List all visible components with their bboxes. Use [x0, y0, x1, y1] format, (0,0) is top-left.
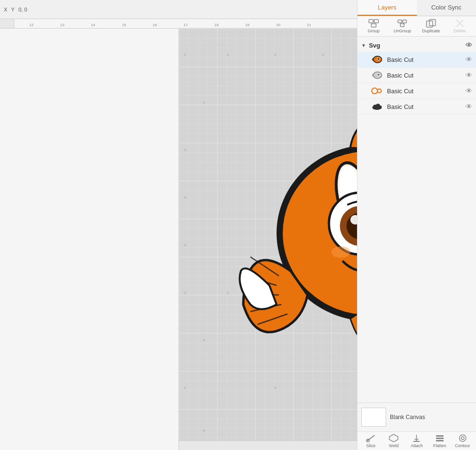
ruler-tick-12: 12: [30, 23, 34, 27]
flatten-label: Flatten: [433, 443, 446, 448]
svg-rect-60: [436, 440, 444, 441]
contour-tool[interactable]: Contour: [451, 434, 474, 448]
ruler-row: 12 13 14 15 16 17 18 19 20 21: [0, 19, 357, 29]
layer-2-eye[interactable]: 👁: [466, 71, 472, 79]
svg-rect-32: [403, 20, 407, 23]
horizontal-ruler: 12 13 14 15 16 17 18 19 20 21: [14, 19, 357, 29]
ruler-tick-15: 15: [122, 23, 126, 27]
layer-tree: ▼ Svg 👁 Basic Cut 👁: [357, 37, 476, 402]
svg-rect-28: [369, 20, 373, 23]
workspace: × × × × × × × × × × × × × × × × ×: [0, 29, 357, 450]
chevron-icon: ▼: [361, 43, 366, 48]
layer-item-4[interactable]: Basic Cut 👁: [357, 99, 476, 115]
layer-1-eye[interactable]: 👁: [466, 56, 472, 63]
svg-point-61: [459, 435, 466, 441]
layer-2-name: Basic Cut: [387, 72, 462, 79]
layer-item-2[interactable]: Basic Cut 👁: [357, 68, 476, 83]
delete-label: Delete: [454, 29, 466, 33]
duplicate-tool[interactable]: Duplicate: [419, 19, 443, 33]
svg-rect-29: [374, 20, 378, 23]
layer-item-1[interactable]: Basic Cut 👁: [357, 52, 476, 68]
top-toolbar: X Y 0, 0: [0, 0, 357, 19]
ruler-tick-17: 17: [184, 23, 188, 27]
attach-icon: [412, 434, 421, 442]
ungroup-icon: [397, 19, 407, 28]
svg-rect-33: [400, 24, 404, 27]
svg-point-49: [377, 89, 381, 93]
tab-bar: Layers Color Sync: [357, 0, 476, 16]
panel-bottom-toolbar: Slice Weld Attach: [357, 431, 476, 450]
attach-tool[interactable]: Attach: [405, 434, 428, 448]
fish-image: [208, 105, 357, 352]
ruler-tick-21: 21: [307, 23, 311, 27]
svg-rect-30: [371, 24, 376, 27]
ruler-tick-19: 19: [245, 23, 249, 27]
group-icon: [368, 19, 379, 28]
tab-layers[interactable]: Layers: [357, 0, 417, 16]
ruler-corner: [0, 19, 14, 29]
weld-label: Weld: [389, 443, 398, 448]
layer-2-icon: [371, 70, 383, 80]
ruler-tick-20: 20: [276, 23, 280, 27]
duplicate-label: Duplicate: [422, 29, 440, 33]
ruler-tick-16: 16: [153, 23, 157, 27]
svg-point-62: [461, 437, 464, 440]
panel-toolbar: Group UnGroup Duplicate: [357, 16, 476, 37]
layer-4-icon: [371, 101, 383, 112]
layer-4-eye[interactable]: 👁: [466, 103, 472, 110]
ruler-tick-13: 13: [60, 23, 64, 27]
flatten-icon: [435, 434, 445, 442]
layer-4-name: Basic Cut: [387, 103, 462, 110]
right-panel: Layers Color Sync Group: [357, 0, 476, 450]
app-container: X Y 0, 0 12 13 14 15 16 17 18 19 20 21: [0, 0, 476, 450]
svg-rect-57: [413, 441, 420, 442]
svg-root-label: Svg: [369, 42, 380, 49]
canvas-area: X Y 0, 0 12 13 14 15 16 17 18 19 20 21: [0, 0, 357, 450]
ungroup-label: UnGroup: [394, 29, 411, 33]
svg-point-43: [377, 58, 379, 60]
layer-item-3[interactable]: Basic Cut 👁: [357, 83, 476, 99]
x-label: X: [4, 7, 7, 12]
weld-icon: [389, 434, 398, 442]
svg-root-eye[interactable]: 👁: [466, 41, 472, 49]
svg-root-item[interactable]: ▼ Svg 👁: [357, 39, 476, 52]
ruler-tick-14: 14: [91, 23, 95, 27]
canvas-content[interactable]: × × × × × × × × × × × × × × × × ×: [179, 29, 357, 450]
svg-point-14: [331, 246, 350, 258]
svg-point-47: [377, 74, 379, 76]
layer-1-name: Basic Cut: [387, 56, 462, 63]
vertical-ruler: [0, 29, 179, 450]
delete-tool[interactable]: Delete: [448, 19, 472, 33]
bottom-status-bar: [179, 440, 357, 450]
group-tool[interactable]: Group: [362, 19, 386, 33]
svg-rect-31: [398, 20, 402, 23]
svg-rect-59: [436, 438, 444, 439]
blank-canvas-thumbnail: [361, 408, 386, 427]
panel-footer: Blank Canvas: [357, 402, 476, 431]
slice-icon: [366, 434, 376, 442]
ungroup-tool[interactable]: UnGroup: [390, 19, 414, 33]
slice-label: Slice: [366, 443, 376, 448]
attach-label: Attach: [411, 443, 423, 448]
tab-color-sync[interactable]: Color Sync: [417, 0, 476, 16]
group-label: Group: [368, 29, 380, 33]
layer-3-icon: [371, 86, 383, 96]
layer-3-name: Basic Cut: [387, 88, 462, 95]
duplicate-icon: [426, 19, 436, 28]
weld-tool[interactable]: Weld: [382, 434, 405, 448]
contour-icon: [458, 434, 467, 442]
layer-1-icon: [371, 54, 383, 65]
svg-rect-58: [436, 435, 444, 437]
contour-label: Contour: [455, 443, 470, 448]
coord-value: 0, 0: [19, 7, 27, 12]
flatten-tool[interactable]: Flatten: [428, 434, 451, 448]
svg-marker-56: [389, 434, 398, 442]
y-label: Y: [11, 7, 14, 12]
layer-3-eye[interactable]: 👁: [466, 87, 472, 95]
blank-canvas-label: Blank Canvas: [390, 414, 425, 421]
svg-point-48: [372, 88, 377, 94]
svg-line-54: [367, 435, 375, 441]
slice-tool[interactable]: Slice: [359, 434, 382, 448]
ruler-tick-18: 18: [214, 23, 218, 27]
svg-point-53: [379, 106, 382, 108]
